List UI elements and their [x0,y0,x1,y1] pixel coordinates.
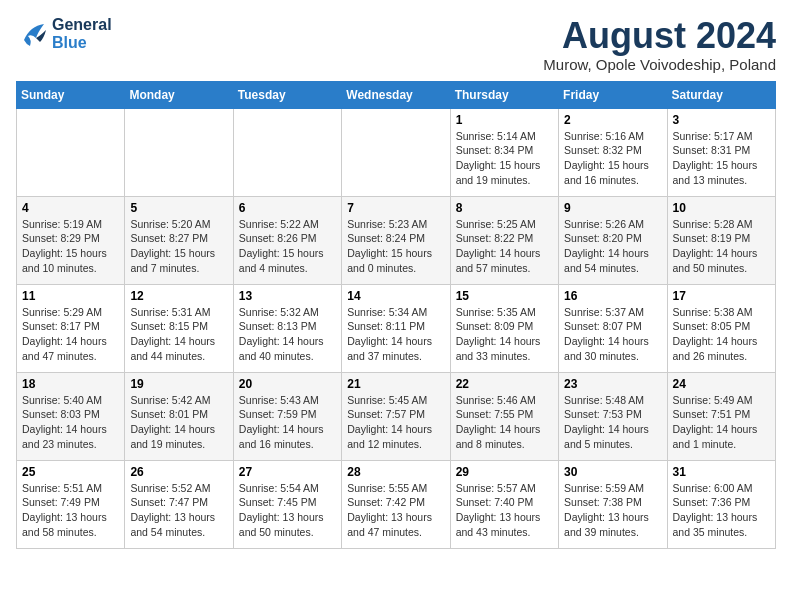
calendar-cell: 23Sunrise: 5:48 AM Sunset: 7:53 PM Dayli… [559,372,667,460]
calendar-cell: 11Sunrise: 5:29 AM Sunset: 8:17 PM Dayli… [17,284,125,372]
day-number: 26 [130,465,227,479]
day-number: 11 [22,289,119,303]
day-info: Sunrise: 5:51 AM Sunset: 7:49 PM Dayligh… [22,481,119,540]
calendar-cell: 26Sunrise: 5:52 AM Sunset: 7:47 PM Dayli… [125,460,233,548]
weekday-header-saturday: Saturday [667,81,775,108]
day-info: Sunrise: 5:19 AM Sunset: 8:29 PM Dayligh… [22,217,119,276]
day-number: 29 [456,465,553,479]
day-info: Sunrise: 6:00 AM Sunset: 7:36 PM Dayligh… [673,481,770,540]
calendar-cell: 18Sunrise: 5:40 AM Sunset: 8:03 PM Dayli… [17,372,125,460]
calendar-cell: 30Sunrise: 5:59 AM Sunset: 7:38 PM Dayli… [559,460,667,548]
calendar-cell: 5Sunrise: 5:20 AM Sunset: 8:27 PM Daylig… [125,196,233,284]
day-number: 12 [130,289,227,303]
day-number: 15 [456,289,553,303]
day-info: Sunrise: 5:20 AM Sunset: 8:27 PM Dayligh… [130,217,227,276]
calendar-cell: 21Sunrise: 5:45 AM Sunset: 7:57 PM Dayli… [342,372,450,460]
calendar-cell: 14Sunrise: 5:34 AM Sunset: 8:11 PM Dayli… [342,284,450,372]
logo-icon [16,20,48,48]
logo: General Blue [16,16,112,51]
calendar-cell: 13Sunrise: 5:32 AM Sunset: 8:13 PM Dayli… [233,284,341,372]
calendar-cell: 9Sunrise: 5:26 AM Sunset: 8:20 PM Daylig… [559,196,667,284]
day-info: Sunrise: 5:43 AM Sunset: 7:59 PM Dayligh… [239,393,336,452]
calendar-cell: 4Sunrise: 5:19 AM Sunset: 8:29 PM Daylig… [17,196,125,284]
day-info: Sunrise: 5:23 AM Sunset: 8:24 PM Dayligh… [347,217,444,276]
day-number: 25 [22,465,119,479]
day-number: 4 [22,201,119,215]
calendar-cell: 15Sunrise: 5:35 AM Sunset: 8:09 PM Dayli… [450,284,558,372]
calendar-week-1: 1Sunrise: 5:14 AM Sunset: 8:34 PM Daylig… [17,108,776,196]
day-number: 5 [130,201,227,215]
calendar-cell: 29Sunrise: 5:57 AM Sunset: 7:40 PM Dayli… [450,460,558,548]
weekday-header-friday: Friday [559,81,667,108]
day-number: 3 [673,113,770,127]
calendar-cell: 10Sunrise: 5:28 AM Sunset: 8:19 PM Dayli… [667,196,775,284]
day-info: Sunrise: 5:40 AM Sunset: 8:03 PM Dayligh… [22,393,119,452]
calendar-week-5: 25Sunrise: 5:51 AM Sunset: 7:49 PM Dayli… [17,460,776,548]
day-number: 17 [673,289,770,303]
day-info: Sunrise: 5:55 AM Sunset: 7:42 PM Dayligh… [347,481,444,540]
day-number: 14 [347,289,444,303]
calendar-body: 1Sunrise: 5:14 AM Sunset: 8:34 PM Daylig… [17,108,776,548]
calendar-cell: 28Sunrise: 5:55 AM Sunset: 7:42 PM Dayli… [342,460,450,548]
day-info: Sunrise: 5:14 AM Sunset: 8:34 PM Dayligh… [456,129,553,188]
day-number: 2 [564,113,661,127]
day-info: Sunrise: 5:32 AM Sunset: 8:13 PM Dayligh… [239,305,336,364]
day-info: Sunrise: 5:37 AM Sunset: 8:07 PM Dayligh… [564,305,661,364]
month-title: August 2024 [543,16,776,56]
weekday-header-thursday: Thursday [450,81,558,108]
day-number: 27 [239,465,336,479]
day-info: Sunrise: 5:46 AM Sunset: 7:55 PM Dayligh… [456,393,553,452]
day-number: 31 [673,465,770,479]
calendar-cell: 27Sunrise: 5:54 AM Sunset: 7:45 PM Dayli… [233,460,341,548]
day-info: Sunrise: 5:25 AM Sunset: 8:22 PM Dayligh… [456,217,553,276]
day-info: Sunrise: 5:31 AM Sunset: 8:15 PM Dayligh… [130,305,227,364]
day-number: 18 [22,377,119,391]
day-info: Sunrise: 5:57 AM Sunset: 7:40 PM Dayligh… [456,481,553,540]
calendar-cell: 6Sunrise: 5:22 AM Sunset: 8:26 PM Daylig… [233,196,341,284]
calendar-week-4: 18Sunrise: 5:40 AM Sunset: 8:03 PM Dayli… [17,372,776,460]
day-number: 1 [456,113,553,127]
title-block: August 2024 Murow, Opole Voivodeship, Po… [543,16,776,73]
calendar-cell: 3Sunrise: 5:17 AM Sunset: 8:31 PM Daylig… [667,108,775,196]
weekday-header-row: SundayMondayTuesdayWednesdayThursdayFrid… [17,81,776,108]
calendar-week-2: 4Sunrise: 5:19 AM Sunset: 8:29 PM Daylig… [17,196,776,284]
calendar-table: SundayMondayTuesdayWednesdayThursdayFrid… [16,81,776,549]
day-info: Sunrise: 5:54 AM Sunset: 7:45 PM Dayligh… [239,481,336,540]
day-number: 21 [347,377,444,391]
day-info: Sunrise: 5:49 AM Sunset: 7:51 PM Dayligh… [673,393,770,452]
weekday-header-tuesday: Tuesday [233,81,341,108]
day-number: 30 [564,465,661,479]
calendar-cell: 19Sunrise: 5:42 AM Sunset: 8:01 PM Dayli… [125,372,233,460]
day-number: 10 [673,201,770,215]
page-header: General Blue August 2024 Murow, Opole Vo… [16,16,776,73]
calendar-week-3: 11Sunrise: 5:29 AM Sunset: 8:17 PM Dayli… [17,284,776,372]
weekday-header-wednesday: Wednesday [342,81,450,108]
day-info: Sunrise: 5:52 AM Sunset: 7:47 PM Dayligh… [130,481,227,540]
day-info: Sunrise: 5:42 AM Sunset: 8:01 PM Dayligh… [130,393,227,452]
location-subtitle: Murow, Opole Voivodeship, Poland [543,56,776,73]
calendar-cell [342,108,450,196]
day-number: 8 [456,201,553,215]
day-number: 9 [564,201,661,215]
day-number: 20 [239,377,336,391]
day-number: 19 [130,377,227,391]
calendar-cell: 24Sunrise: 5:49 AM Sunset: 7:51 PM Dayli… [667,372,775,460]
day-number: 28 [347,465,444,479]
day-number: 6 [239,201,336,215]
day-info: Sunrise: 5:45 AM Sunset: 7:57 PM Dayligh… [347,393,444,452]
calendar-cell: 12Sunrise: 5:31 AM Sunset: 8:15 PM Dayli… [125,284,233,372]
calendar-cell: 17Sunrise: 5:38 AM Sunset: 8:05 PM Dayli… [667,284,775,372]
logo-text: General Blue [52,16,112,51]
calendar-cell: 2Sunrise: 5:16 AM Sunset: 8:32 PM Daylig… [559,108,667,196]
day-info: Sunrise: 5:59 AM Sunset: 7:38 PM Dayligh… [564,481,661,540]
day-info: Sunrise: 5:28 AM Sunset: 8:19 PM Dayligh… [673,217,770,276]
calendar-cell: 22Sunrise: 5:46 AM Sunset: 7:55 PM Dayli… [450,372,558,460]
calendar-cell: 1Sunrise: 5:14 AM Sunset: 8:34 PM Daylig… [450,108,558,196]
day-number: 22 [456,377,553,391]
calendar-cell [125,108,233,196]
day-number: 23 [564,377,661,391]
day-number: 24 [673,377,770,391]
day-info: Sunrise: 5:17 AM Sunset: 8:31 PM Dayligh… [673,129,770,188]
day-info: Sunrise: 5:35 AM Sunset: 8:09 PM Dayligh… [456,305,553,364]
day-info: Sunrise: 5:22 AM Sunset: 8:26 PM Dayligh… [239,217,336,276]
